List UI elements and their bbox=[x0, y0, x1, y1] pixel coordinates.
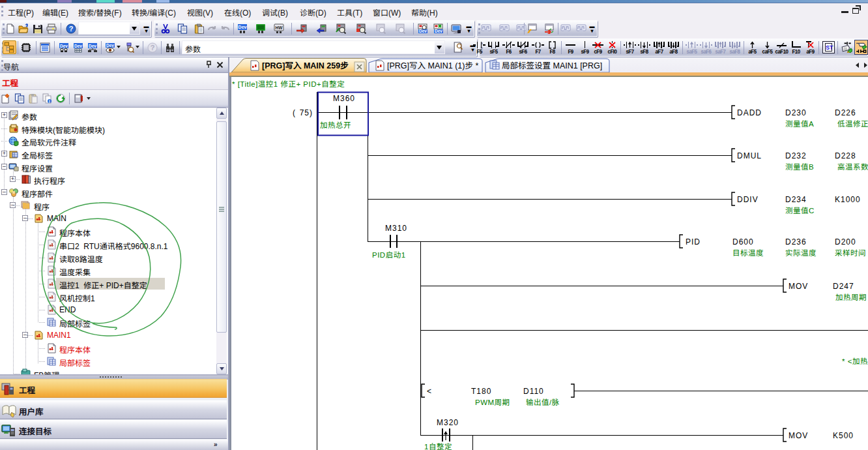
svg-text:* [Title]温控1 修正+ PID+自整定: * [Title]温控1 修正+ PID+自整定 bbox=[232, 80, 345, 88]
svg-text:(: ( bbox=[293, 108, 296, 117]
svg-text:测量值A: 测量值A bbox=[785, 120, 814, 128]
svg-text:加热周期: 加热周期 bbox=[835, 293, 867, 301]
svg-text:[PRG]写入 MAIN 259步: [PRG]写入 MAIN 259步 bbox=[262, 61, 349, 70]
svg-text:* <加热器: * <加热器 bbox=[842, 357, 868, 365]
svg-text:K500: K500 bbox=[833, 431, 854, 440]
svg-text:高温系数: 高温系数 bbox=[837, 163, 868, 171]
svg-text:Dev: Dev bbox=[106, 43, 114, 48]
svg-text:T180: T180 bbox=[471, 387, 491, 396]
svg-text:Dev: Dev bbox=[60, 44, 68, 48]
svg-text:D236: D236 bbox=[785, 237, 807, 247]
svg-text:D110: D110 bbox=[523, 387, 544, 396]
svg-text:DMUL: DMUL bbox=[737, 151, 762, 160]
svg-text:PID启动1: PID启动1 bbox=[372, 251, 406, 259]
svg-text:D232: D232 bbox=[785, 151, 807, 160]
svg-text:低温修正: 低温修正 bbox=[837, 120, 868, 128]
svg-text:Dev: Dev bbox=[239, 25, 247, 29]
svg-text:PWM周期: PWM周期 bbox=[475, 398, 510, 406]
svg-text:采样时间: 采样时间 bbox=[835, 249, 866, 257]
svg-text:Dev: Dev bbox=[74, 44, 82, 48]
svg-text:75): 75) bbox=[300, 108, 313, 117]
svg-text:?: ? bbox=[69, 25, 74, 33]
svg-text:Dev: Dev bbox=[435, 29, 442, 33]
svg-text:M320: M320 bbox=[437, 418, 459, 427]
svg-text:局部标签设置 MAIN1 [PRG]: 局部标签设置 MAIN1 [PRG] bbox=[502, 61, 602, 70]
svg-text:D230: D230 bbox=[785, 108, 807, 117]
svg-text:测量值C: 测量值C bbox=[785, 207, 815, 215]
svg-text:M310: M310 bbox=[385, 224, 407, 233]
svg-text:[PRG]写入 MAIN1 (1)步 *: [PRG]写入 MAIN1 (1)步 * bbox=[387, 61, 478, 70]
svg-text:1自整定: 1自整定 bbox=[424, 443, 452, 450]
svg-text:D228: D228 bbox=[835, 151, 856, 160]
svg-text:HW: HW bbox=[276, 25, 283, 30]
svg-text:MOV: MOV bbox=[788, 282, 808, 291]
svg-text:目标温度: 目标温度 bbox=[732, 249, 764, 257]
svg-text:测量值B: 测量值B bbox=[785, 163, 814, 171]
svg-text:D200: D200 bbox=[835, 237, 856, 247]
svg-text:PID: PID bbox=[686, 237, 701, 247]
svg-text:K1000: K1000 bbox=[835, 195, 861, 204]
svg-text:DDIV: DDIV bbox=[737, 195, 759, 204]
svg-text:D226: D226 bbox=[835, 108, 856, 117]
svg-text:D247: D247 bbox=[833, 282, 854, 291]
svg-text:输出值/脉: 输出值/脉 bbox=[526, 398, 560, 406]
svg-text:D234: D234 bbox=[785, 195, 807, 204]
svg-text:Dev: Dev bbox=[419, 29, 427, 33]
svg-text:<: < bbox=[427, 387, 432, 396]
svg-text:MOV: MOV bbox=[788, 431, 808, 440]
svg-text:D600: D600 bbox=[732, 237, 754, 247]
svg-text:M360: M360 bbox=[333, 94, 355, 103]
svg-text:DADD: DADD bbox=[737, 108, 762, 117]
svg-text:Dev: Dev bbox=[89, 44, 96, 48]
svg-text:?: ? bbox=[151, 44, 155, 52]
svg-text:实际温度: 实际温度 bbox=[785, 249, 817, 257]
svg-text:加热总开: 加热总开 bbox=[320, 121, 351, 129]
